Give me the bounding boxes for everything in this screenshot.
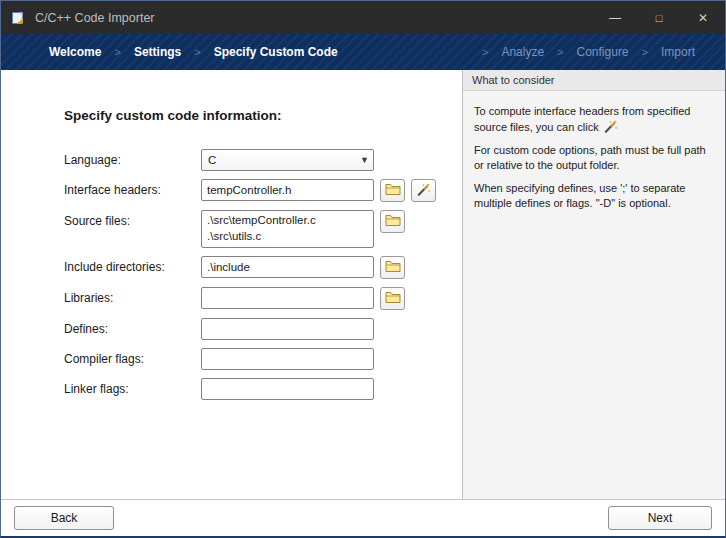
breadcrumb-separator: > <box>114 46 120 58</box>
field-row-interface-headers: Interface headers: <box>64 179 462 202</box>
next-button[interactable]: Next <box>608 506 712 530</box>
minimize-button[interactable]: — <box>593 1 637 34</box>
compute-headers-wand-button[interactable] <box>411 179 436 202</box>
libraries-browse-button[interactable] <box>380 287 405 310</box>
libraries-label: Libraries: <box>64 287 201 305</box>
tip-defines-rules: When specifying defines, use ';' to sepa… <box>474 181 714 212</box>
source-files-browse-button[interactable] <box>380 210 405 233</box>
folder-open-icon <box>385 260 401 276</box>
breadcrumb-separator: > <box>482 46 488 58</box>
compiler-flags-input[interactable] <box>201 348 374 370</box>
interface-headers-label: Interface headers: <box>64 179 201 197</box>
sidebar-title: What to consider <box>463 70 725 91</box>
nav-step-welcome[interactable]: Welcome <box>49 45 101 59</box>
page-title: Specify custom code information: <box>64 108 462 123</box>
folder-open-icon <box>385 183 401 199</box>
wizard-breadcrumb: Welcome > Settings > Specify Custom Code… <box>1 34 725 70</box>
field-row-language: Language: C ▼ <box>64 149 462 171</box>
source-files-label: Source files: <box>64 210 201 228</box>
defines-input[interactable] <box>201 318 374 340</box>
app-icon <box>11 10 27 26</box>
wizard-footer: Back Next <box>1 499 725 536</box>
field-row-compiler-flags: Compiler flags: <box>64 348 462 370</box>
magic-wand-icon <box>603 119 618 134</box>
include-directories-browse-button[interactable] <box>380 256 405 279</box>
tip-compute-headers-text: To compute interface headers from specif… <box>474 105 690 133</box>
nav-step-analyze[interactable]: Analyze <box>501 45 544 59</box>
linker-flags-input[interactable] <box>201 378 374 400</box>
tip-path-rules: For custom code options, path must be fu… <box>474 143 714 174</box>
folder-open-icon <box>385 291 401 307</box>
language-dropdown[interactable]: C ▼ <box>201 149 374 171</box>
language-label: Language: <box>64 149 201 167</box>
compiler-flags-label: Compiler flags: <box>64 348 201 366</box>
chevron-down-icon: ▼ <box>360 155 369 165</box>
field-row-libraries: Libraries: <box>64 287 462 310</box>
linker-flags-label: Linker flags: <box>64 378 201 396</box>
breadcrumb-separator: > <box>194 46 200 58</box>
close-button[interactable]: ✕ <box>681 1 725 34</box>
field-row-linker-flags: Linker flags: <box>64 378 462 400</box>
sidebar-tips: To compute interface headers from specif… <box>463 91 725 231</box>
window-controls: — □ ✕ <box>593 1 725 34</box>
nav-step-specify-custom-code[interactable]: Specify Custom Code <box>214 45 338 59</box>
folder-open-icon <box>385 214 401 230</box>
breadcrumb-separator: > <box>642 46 648 58</box>
include-directories-input[interactable] <box>201 256 374 278</box>
defines-label: Defines: <box>64 318 201 336</box>
nav-step-settings[interactable]: Settings <box>134 45 181 59</box>
interface-headers-browse-button[interactable] <box>380 179 405 202</box>
field-row-include-directories: Include directories: <box>64 256 462 279</box>
help-sidebar: What to consider To compute interface he… <box>462 70 725 499</box>
window-body: Specify custom code information: Languag… <box>1 70 725 499</box>
custom-code-form: Specify custom code information: Languag… <box>1 70 462 499</box>
tip-compute-headers: To compute interface headers from specif… <box>474 104 714 136</box>
nav-step-import[interactable]: Import <box>661 45 695 59</box>
source-files-input[interactable]: .\src\tempController.c .\src\utils.c <box>201 210 374 248</box>
nav-step-configure[interactable]: Configure <box>577 45 629 59</box>
language-selected-value: C <box>208 154 360 166</box>
interface-headers-input[interactable] <box>201 179 374 201</box>
field-row-source-files: Source files: .\src\tempController.c .\s… <box>64 210 462 248</box>
libraries-input[interactable] <box>201 287 374 309</box>
maximize-button[interactable]: □ <box>637 1 681 34</box>
include-directories-label: Include directories: <box>64 256 201 274</box>
magic-wand-icon <box>416 182 431 200</box>
code-importer-window: C/C++ Code Importer — □ ✕ Welcome > Sett… <box>0 0 726 538</box>
breadcrumb-separator: > <box>557 46 563 58</box>
back-button[interactable]: Back <box>14 506 114 530</box>
window-title: C/C++ Code Importer <box>35 11 593 25</box>
field-row-defines: Defines: <box>64 318 462 340</box>
titlebar: C/C++ Code Importer — □ ✕ <box>1 1 725 34</box>
